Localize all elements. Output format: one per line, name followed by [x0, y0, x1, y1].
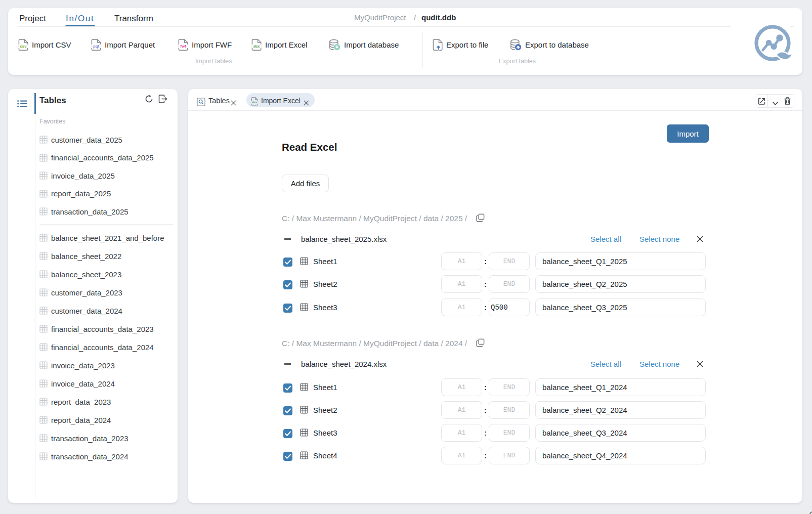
svg-text:xlsx: xlsx	[253, 45, 260, 48]
svg-text:fwf: fwf	[180, 44, 186, 49]
svg-text:xlsx: xlsx	[252, 101, 257, 104]
svg-text:pqt: pqt	[93, 44, 100, 49]
svg-text:csv: csv	[20, 44, 27, 49]
